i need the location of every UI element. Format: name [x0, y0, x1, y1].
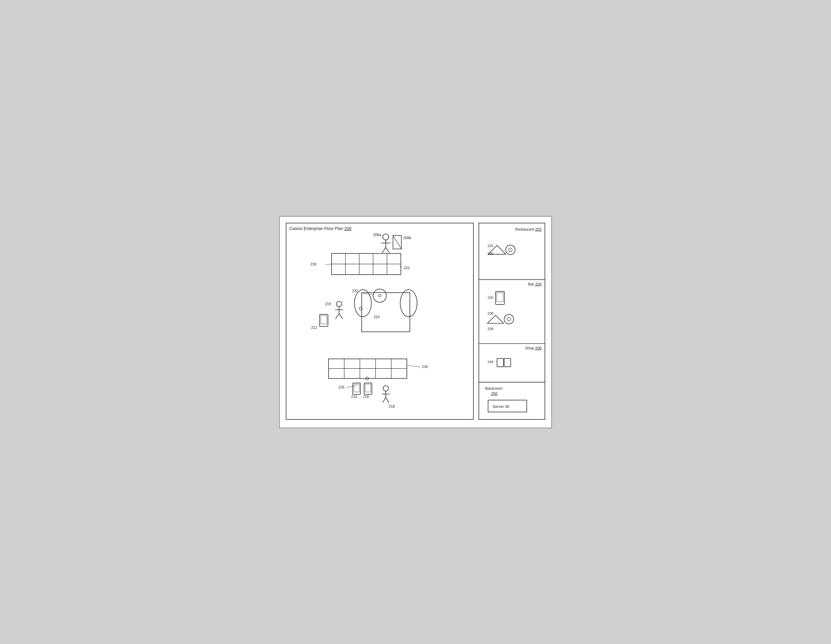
svg-text:Bar 204: Bar 204 [528, 282, 542, 286]
svg-point-24 [379, 294, 381, 297]
svg-text:232: 232 [352, 288, 358, 293]
svg-point-74 [504, 314, 513, 324]
svg-point-75 [507, 317, 511, 321]
svg-text:Casino Enterprise Floor Plan 2: Casino Enterprise Floor Plan 200 [290, 226, 352, 231]
svg-text:240: 240 [487, 360, 494, 364]
svg-line-58 [383, 397, 386, 402]
svg-text:226: 226 [339, 385, 345, 389]
svg-line-48 [347, 385, 357, 387]
floor-plan: Casino Enterprise Floor Plan 200 230 222 [286, 223, 474, 420]
svg-text:234: 234 [422, 364, 428, 369]
svg-text:214: 214 [351, 394, 357, 399]
rooms-panel: Restaurant 202 225 236 Bar 204 220 [479, 223, 545, 420]
svg-line-26 [362, 293, 374, 294]
svg-line-59 [386, 397, 389, 402]
svg-text:230: 230 [310, 262, 317, 266]
svg-text:222: 222 [404, 266, 410, 270]
svg-text:Server 30: Server 30 [492, 404, 509, 409]
svg-point-65 [509, 248, 512, 251]
svg-rect-71 [497, 293, 503, 301]
svg-line-18 [393, 235, 401, 249]
svg-text:216: 216 [363, 394, 369, 399]
svg-line-31 [336, 314, 339, 319]
svg-text:236: 236 [487, 251, 494, 256]
svg-text:228: 228 [487, 327, 494, 331]
svg-point-11 [383, 234, 389, 240]
svg-line-8 [325, 264, 331, 265]
svg-point-55 [383, 385, 388, 391]
svg-rect-81 [504, 358, 511, 366]
svg-line-15 [386, 247, 390, 253]
svg-point-28 [336, 301, 342, 307]
svg-text:225: 225 [487, 243, 494, 247]
svg-text:224: 224 [374, 315, 380, 319]
svg-point-23 [373, 289, 387, 302]
svg-text:220: 220 [487, 296, 494, 299]
svg-rect-80 [497, 358, 504, 366]
svg-text:Shop 206: Shop 206 [525, 346, 542, 350]
svg-line-46 [407, 366, 420, 367]
svg-text:210: 210 [325, 302, 331, 306]
svg-text:218: 218 [389, 404, 395, 409]
svg-marker-73 [487, 315, 503, 323]
svg-text:Restaurant 202: Restaurant 202 [515, 227, 541, 231]
svg-text:Backroom: Backroom [485, 386, 503, 390]
svg-point-64 [506, 245, 515, 254]
svg-text:208b: 208b [403, 235, 411, 240]
svg-text:212: 212 [311, 325, 317, 329]
svg-text:238: 238 [487, 311, 494, 315]
svg-point-22 [400, 289, 417, 316]
svg-text:208a: 208a [373, 232, 381, 237]
svg-rect-35 [321, 315, 327, 324]
svg-line-32 [339, 314, 343, 319]
page: Casino Enterprise Floor Plan 200 230 222 [279, 216, 552, 428]
svg-rect-53 [365, 384, 371, 392]
svg-text:250: 250 [491, 391, 497, 396]
svg-point-21 [355, 289, 372, 316]
svg-line-14 [382, 247, 386, 253]
